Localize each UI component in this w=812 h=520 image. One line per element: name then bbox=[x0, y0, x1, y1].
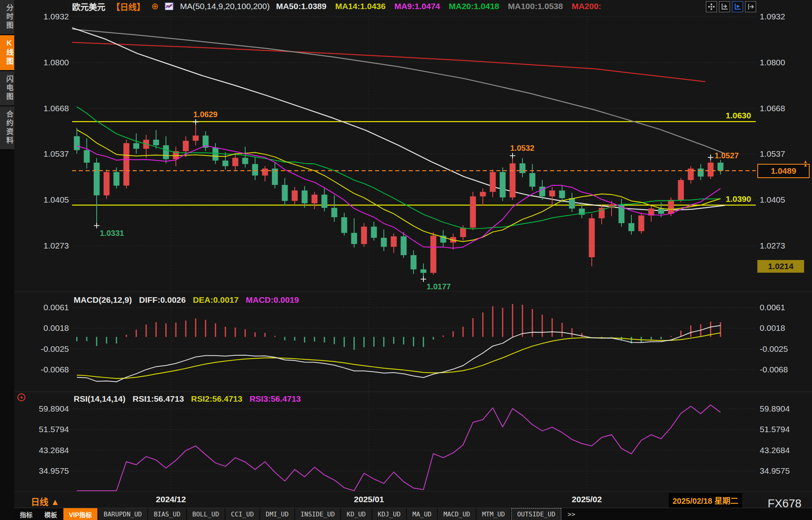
layout-grid-icon[interactable] bbox=[706, 1, 717, 12]
trading-app-window: 分时图K线图闪电图合约资料 欧元美元 【日线】 ⊕ MA(50,14,9,20,… bbox=[0, 0, 812, 520]
price-annotation: 1.0629 bbox=[193, 110, 217, 119]
month-axis-label: 2025/02 bbox=[572, 495, 602, 504]
indicator-tab-barupdn-ud[interactable]: BARUPDN_UD bbox=[98, 508, 147, 520]
sidebar-item-1[interactable]: K线图 bbox=[0, 35, 14, 70]
macd-header: MACD(26,12,9) DIFF:0.0026DEA:0.0017MACD:… bbox=[74, 295, 299, 305]
axis-tick-label: 1.0800 bbox=[760, 58, 807, 67]
axis-tick-label: 1.0932 bbox=[760, 12, 807, 21]
axis-tick-label: 1.0668 bbox=[760, 104, 807, 113]
indicator-tab-bias-ud[interactable]: BIAS_UD bbox=[148, 508, 186, 520]
axis-tick-label: 0.0061 bbox=[760, 303, 807, 312]
sidebar-item-2[interactable]: 闪电图 bbox=[0, 71, 14, 105]
axis-tick-label: -0.0068 bbox=[760, 365, 807, 374]
low-price-badge: 1.0214 bbox=[757, 260, 804, 273]
month-axis-label: 2025/01 bbox=[354, 495, 384, 504]
rsi-title: RSI(14,14,14) bbox=[74, 394, 126, 404]
axis-scale-icon[interactable] bbox=[719, 1, 730, 12]
indicator-tab-macd-ud[interactable]: MACD_UD bbox=[438, 508, 475, 520]
indicator-tab-dmi-ud[interactable]: DMI_UD bbox=[260, 508, 294, 520]
indicator-tab-bar: 指标模板VIP指标BARUPDN_UDBIAS_UDBOLL_UDCCI_UDD… bbox=[14, 508, 812, 520]
indicator-value-label: RSI2:56.4713 bbox=[191, 394, 242, 404]
chart-toolbar bbox=[706, 1, 756, 12]
mini-chart-icon[interactable] bbox=[165, 2, 173, 10]
circled-plus-icon[interactable]: ⊕ bbox=[151, 1, 158, 11]
indicator-tab-inside-ud[interactable]: INSIDE_UD bbox=[295, 508, 341, 520]
indicator-value-label: MACD:0.0019 bbox=[246, 295, 299, 305]
indicator-tab-ma-ud[interactable]: MA_UD bbox=[407, 508, 437, 520]
period-text: 日线 bbox=[31, 497, 48, 507]
axis-tick-label: 43.2684 bbox=[22, 446, 69, 455]
period-selector[interactable]: 日线 ▲ bbox=[31, 495, 59, 507]
indicator-tab--[interactable]: >> bbox=[562, 508, 581, 520]
axis-tick-label: 0.0018 bbox=[760, 323, 807, 333]
axis-tick-label: 1.0273 bbox=[22, 241, 69, 251]
axis-tick-label: 1.0800 bbox=[22, 58, 69, 67]
period-tag[interactable]: 【日线】 bbox=[112, 0, 145, 12]
indicator-value-label: RSI1:56.4713 bbox=[133, 394, 184, 404]
axis-tick-label: 1.0537 bbox=[760, 149, 807, 159]
support-level-label: 1.0390 bbox=[726, 194, 751, 204]
price-annotation: 1.0527 bbox=[715, 151, 739, 160]
indicator-tab-kdj-ud[interactable]: KDJ_UD bbox=[372, 508, 406, 520]
ma-settings-label: MA(50,14,9,20,100,200) bbox=[180, 2, 270, 11]
axis-tick-label: 43.2684 bbox=[760, 446, 807, 455]
rsi-header: RSI(14,14,14) RSI1:56.4713RSI2:56.4713RS… bbox=[74, 394, 301, 404]
ma-legend-item: MA14:1.0436 bbox=[335, 2, 385, 11]
sidebar-item-0[interactable]: 分时图 bbox=[0, 0, 14, 34]
axis-tick-label: 0.0061 bbox=[22, 303, 69, 312]
chart-canvas[interactable] bbox=[0, 0, 812, 520]
exit-right-icon[interactable] bbox=[745, 1, 756, 12]
resistance-level-label: 1.0630 bbox=[726, 111, 751, 120]
axis-play-icon[interactable] bbox=[732, 1, 743, 12]
current-price-badge: 1.0489 bbox=[757, 164, 810, 178]
month-axis-label: 2024/12 bbox=[156, 495, 186, 504]
axis-tick-label: 1.0537 bbox=[22, 149, 69, 159]
axis-tick-label: -0.0025 bbox=[760, 344, 807, 354]
triangle-up-icon: ▲ bbox=[51, 497, 59, 507]
indicator-tab-kd-ud[interactable]: KD_UD bbox=[341, 508, 371, 520]
indicator-tab-boll-ud[interactable]: BOLL_UD bbox=[187, 508, 225, 520]
indicator-tab-指标[interactable]: 指标 bbox=[14, 508, 38, 520]
price-annotation: 1.0532 bbox=[510, 144, 534, 153]
axis-tick-label: 34.9575 bbox=[760, 466, 807, 476]
indicator-tab-cci-ud[interactable]: CCI_UD bbox=[225, 508, 259, 520]
price-up-arrows-icon: ▲▲ bbox=[803, 160, 808, 167]
axis-tick-label: 1.0932 bbox=[22, 12, 69, 21]
axis-tick-label: 59.8904 bbox=[22, 404, 69, 414]
alert-target-icon[interactable] bbox=[17, 393, 25, 401]
axis-tick-label: 1.0405 bbox=[760, 195, 807, 205]
macd-title: MACD(26,12,9) bbox=[74, 295, 132, 305]
axis-tick-label: 51.5794 bbox=[22, 425, 69, 434]
ma-legend-item: MA50:1.0389 bbox=[276, 2, 326, 11]
axis-tick-label: 1.0668 bbox=[22, 104, 69, 113]
axis-tick-label: -0.0025 bbox=[22, 344, 69, 354]
left-sidebar: 分时图K线图闪电图合约资料 bbox=[0, 0, 14, 520]
axis-tick-label: 59.8904 bbox=[760, 404, 807, 414]
axis-tick-label: 0.0018 bbox=[22, 323, 69, 333]
indicator-tab-mtm-ud[interactable]: MTM_UD bbox=[477, 508, 511, 520]
price-annotation: 1.0177 bbox=[427, 282, 451, 291]
axis-tick-label: 1.0273 bbox=[760, 241, 807, 251]
cursor-date-badge: 2025/02/18 星期二 bbox=[669, 493, 742, 508]
indicator-tab-vip指标[interactable]: VIP指标 bbox=[63, 508, 97, 520]
ma-legend: MA50:1.0389MA14:1.0436MA9:1.0474MA20:1.0… bbox=[276, 2, 601, 11]
sidebar-item-3[interactable]: 合约资料 bbox=[0, 106, 14, 149]
indicator-value-label: DIFF:0.0026 bbox=[139, 295, 186, 305]
ma-legend-item: MA20:1.0418 bbox=[449, 2, 499, 11]
ma-legend-item: MA100:1.0538 bbox=[508, 2, 563, 11]
axis-tick-label: 34.9575 bbox=[22, 466, 69, 476]
indicator-tab-模板[interactable]: 模板 bbox=[39, 508, 63, 520]
symbol-title: 欧元美元 bbox=[72, 0, 105, 12]
indicator-value-label: RSI3:56.4713 bbox=[250, 394, 301, 404]
price-annotation: 1.0331 bbox=[100, 229, 124, 238]
axis-tick-label: -0.0068 bbox=[22, 365, 69, 374]
chart-header: 欧元美元 【日线】 ⊕ MA(50,14,9,20,100,200) MA50:… bbox=[72, 1, 601, 12]
axis-tick-label: 51.5794 bbox=[760, 425, 807, 434]
axis-tick-label: 1.0405 bbox=[22, 195, 69, 205]
indicator-value-label: DEA:0.0017 bbox=[193, 295, 239, 305]
ma-legend-item: MA9:1.0474 bbox=[394, 2, 440, 11]
indicator-tab-outside-ud[interactable]: OUTSIDE_UD bbox=[511, 508, 561, 520]
ma-legend-item: MA200: bbox=[572, 2, 601, 11]
